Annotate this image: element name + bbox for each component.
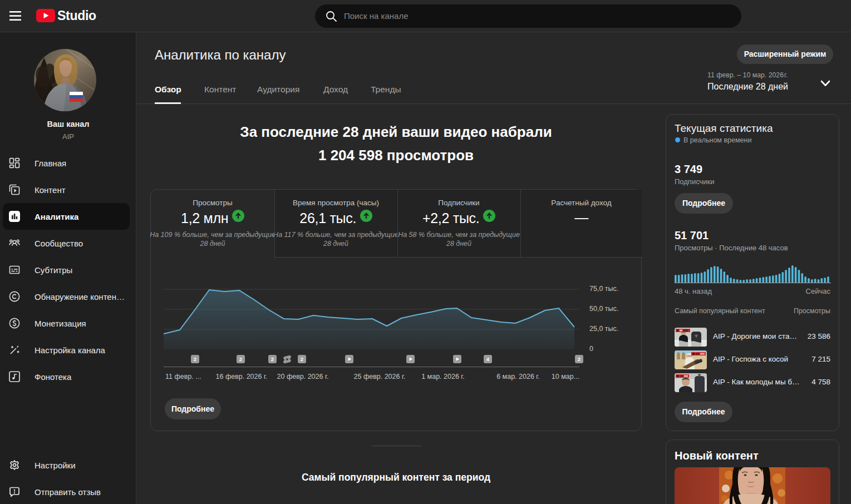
svg-text:2: 2	[270, 356, 273, 362]
svg-text:4: 4	[486, 356, 489, 362]
svg-text:2: 2	[577, 356, 580, 362]
svg-text:2: 2	[193, 356, 196, 362]
svg-text:2: 2	[300, 356, 303, 362]
svg-text:2: 2	[239, 356, 242, 362]
